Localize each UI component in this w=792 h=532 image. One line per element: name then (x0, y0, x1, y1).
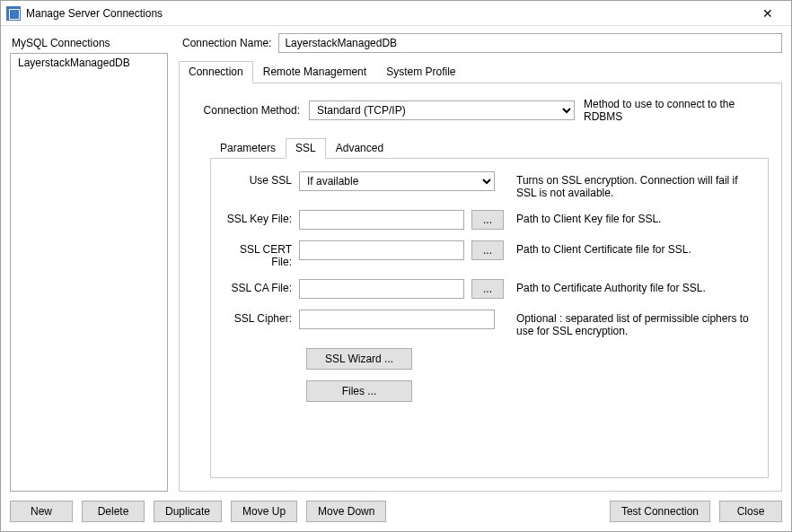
move-down-button[interactable]: Move Down (306, 501, 386, 522)
connection-method-select[interactable]: Standard (TCP/IP) (309, 100, 575, 120)
connection-name-input[interactable] (278, 33, 782, 53)
ssl-wizard-button[interactable]: SSL Wizard ... (306, 348, 412, 370)
ssl-ca-desc: Path to Certificate Authority file for S… (504, 279, 752, 294)
delete-button[interactable]: Delete (82, 501, 145, 522)
tab-connection[interactable]: Connection (179, 61, 253, 83)
ssl-ca-browse-button[interactable]: ... (471, 279, 504, 299)
ssl-cipher-label: SSL Cipher: (218, 310, 299, 325)
connections-list-label: MySQL Connections (10, 33, 168, 53)
app-icon (6, 6, 21, 21)
main-tabs: Connection Remote Management System Prof… (179, 60, 782, 83)
connections-listbox[interactable]: LayerstackManagedDB (10, 53, 168, 492)
tab-remote-management[interactable]: Remote Management (253, 61, 376, 83)
connection-name-label: Connection Name: (179, 37, 271, 49)
footer-buttons: New Delete Duplicate Move Up Move Down T… (10, 492, 782, 522)
ssl-ca-label: SSL CA File: (218, 279, 299, 294)
ssl-key-input[interactable] (299, 210, 464, 230)
connection-method-label: Connection Method: (192, 104, 300, 117)
ssl-cert-input[interactable] (299, 240, 464, 260)
ssl-cert-desc: Path to Client Certificate file for SSL. (504, 240, 752, 256)
ssl-cipher-desc: Optional : separated list of permissible… (504, 310, 752, 337)
ssl-cipher-input[interactable] (299, 310, 495, 329)
ssl-key-browse-button[interactable]: ... (471, 210, 504, 230)
ssl-key-label: SSL Key File: (218, 210, 299, 225)
duplicate-button[interactable]: Duplicate (154, 501, 222, 522)
test-connection-button[interactable]: Test Connection (610, 501, 710, 522)
new-button[interactable]: New (10, 501, 73, 522)
ssl-cert-browse-button[interactable]: ... (471, 240, 504, 260)
titlebar: Manage Server Connections ✕ (1, 1, 791, 26)
close-button[interactable]: Close (719, 501, 782, 522)
ssl-ca-input[interactable] (299, 279, 464, 299)
tab-system-profile[interactable]: System Profile (376, 61, 465, 83)
sub-tabs: Parameters SSL Advanced (210, 137, 769, 159)
close-icon[interactable]: ✕ (750, 6, 786, 21)
subtab-advanced[interactable]: Advanced (326, 138, 393, 159)
files-button[interactable]: Files ... (306, 380, 412, 402)
subtab-ssl[interactable]: SSL (286, 138, 326, 159)
ssl-key-desc: Path to Client Key file for SSL. (504, 210, 752, 225)
use-ssl-select[interactable]: If available (299, 171, 495, 191)
window-title: Manage Server Connections (26, 7, 750, 20)
subtab-parameters[interactable]: Parameters (210, 138, 286, 159)
list-item[interactable]: LayerstackManagedDB (11, 54, 167, 72)
ssl-cert-label: SSL CERT File: (218, 240, 299, 268)
connection-tab-panel: Connection Method: Standard (TCP/IP) Met… (179, 83, 782, 492)
move-up-button[interactable]: Move Up (231, 501, 297, 522)
ssl-panel: Use SSL If available Turns on SSL encryp… (210, 159, 769, 478)
use-ssl-label: Use SSL (218, 171, 299, 187)
use-ssl-desc: Turns on SSL encryption. Connection will… (504, 171, 752, 199)
manage-connections-window: Manage Server Connections ✕ MySQL Connec… (0, 0, 792, 532)
connection-method-hint: Method to use to connect to the RDBMS (584, 98, 769, 123)
